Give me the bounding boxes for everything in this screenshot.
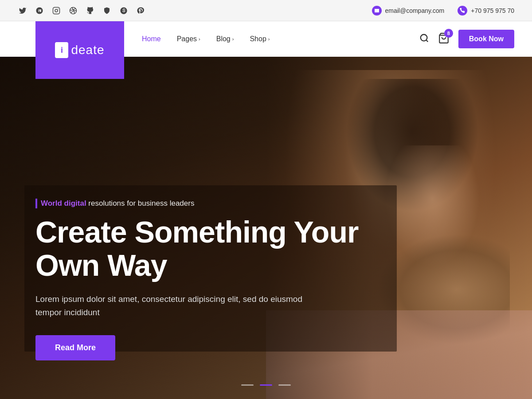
hero-section: World digital resolutions for business l… — [0, 57, 532, 399]
phone-text: +70 975 975 70 — [471, 7, 514, 14]
slide-dot-1[interactable] — [241, 384, 254, 386]
instagram-icon[interactable] — [51, 6, 61, 16]
search-button[interactable] — [419, 33, 429, 45]
svg-line-5 — [426, 40, 428, 42]
read-more-button[interactable]: Read More — [35, 335, 115, 360]
header: i deate Home Pages › Blog › Shop › 8 — [0, 21, 532, 57]
phone-contact: +70 975 975 70 — [458, 6, 514, 16]
shield-icon[interactable] — [102, 6, 112, 16]
slider-dots — [241, 384, 291, 386]
eyebrow-accent: World digital — [41, 199, 86, 207]
slide-dot-3[interactable] — [278, 384, 291, 386]
nav-item-shop[interactable]: Shop › — [250, 35, 270, 43]
nav-item-blog[interactable]: Blog › — [216, 35, 234, 43]
hero-content: World digital resolutions for business l… — [35, 199, 358, 360]
hero-description: Lorem ipsum dolor sit amet, consectetur … — [35, 293, 310, 320]
hero-title: Create Something Your Own Way — [35, 215, 358, 282]
svg-rect-0 — [53, 7, 60, 14]
nav-item-pages[interactable]: Pages › — [177, 35, 200, 43]
logo-i-box: i — [55, 42, 68, 58]
blog-chevron-icon: › — [232, 36, 234, 42]
contact-info: email@company.com +70 975 975 70 — [372, 6, 515, 16]
email-icon — [372, 6, 382, 16]
svg-point-4 — [421, 34, 427, 41]
slide-dot-2[interactable] — [260, 384, 272, 386]
hero-eyebrow-text: World digital resolutions for business l… — [41, 199, 194, 208]
logo[interactable]: i deate — [35, 21, 124, 79]
top-bar: email@company.com +70 975 975 70 — [0, 0, 532, 21]
eyebrow-rest: resolutions for business leaders — [86, 199, 195, 207]
dribbble-icon[interactable] — [68, 6, 78, 16]
logo-name: deate — [71, 43, 104, 57]
pages-chevron-icon: › — [199, 36, 200, 42]
twitter-icon[interactable] — [18, 6, 27, 16]
cart-button[interactable]: 8 — [438, 32, 450, 46]
github-icon[interactable] — [85, 6, 95, 16]
phone-icon — [458, 6, 467, 16]
nav-item-home[interactable]: Home — [142, 35, 161, 43]
pinterest-icon[interactable] — [136, 6, 145, 16]
header-actions: 8 Book Now — [419, 30, 514, 48]
email-contact: email@company.com — [372, 6, 445, 16]
svg-point-2 — [58, 8, 59, 9]
book-now-button[interactable]: Book Now — [458, 30, 514, 48]
logo-letter: i — [61, 46, 63, 55]
svg-point-1 — [55, 9, 58, 12]
eyebrow-bar — [35, 199, 37, 208]
shop-chevron-icon: › — [268, 36, 270, 42]
skype-icon[interactable] — [119, 6, 129, 16]
googleplus-icon[interactable] — [35, 6, 44, 16]
email-text: email@company.com — [385, 7, 445, 14]
main-nav: Home Pages › Blog › Shop › — [142, 35, 270, 43]
cart-badge: 8 — [444, 29, 453, 38]
social-icons-container — [18, 6, 145, 16]
hero-eyebrow: World digital resolutions for business l… — [35, 199, 358, 208]
